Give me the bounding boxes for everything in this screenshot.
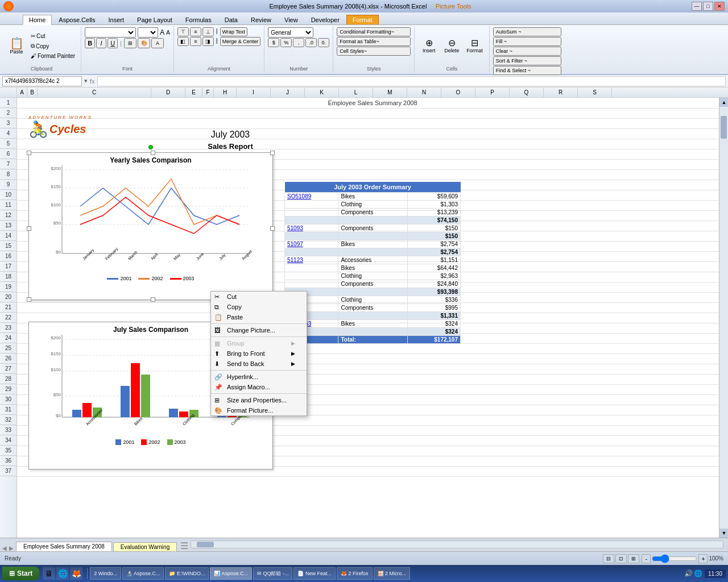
order-id-51123[interactable]: 51123 xyxy=(285,256,338,264)
find-select-button[interactable]: Find & Select ~ xyxy=(493,66,561,75)
table-row[interactable]: SO51163 Bikes $324 xyxy=(285,320,461,328)
copy-button[interactable]: ⧉ Copy xyxy=(28,41,77,51)
cell-styles-button[interactable]: Cell Styles~ xyxy=(337,47,411,56)
format-button[interactable]: ⊟ Format xyxy=(464,37,486,55)
align-bottom-button[interactable]: ⊥ xyxy=(202,27,214,36)
ctx-bring-to-front[interactable]: ⬆ Bring to Front ▶ xyxy=(211,348,307,359)
ctx-assign-macro[interactable]: 📌 Assign Macro... xyxy=(211,382,307,392)
ctx-cut[interactable]: ✂ Cut xyxy=(211,292,307,302)
table-row[interactable]: Components $995 xyxy=(285,304,461,312)
table-row[interactable]: 51123 Accessories $1,151 xyxy=(285,256,461,264)
normal-view-button[interactable]: ⊟ xyxy=(603,554,614,563)
wrap-text-button[interactable]: Wrap Text xyxy=(220,27,247,36)
ctx-paste[interactable]: 📋 Paste xyxy=(211,312,307,322)
taskbar-item-7[interactable]: 🪟 2 Micro... xyxy=(374,567,411,580)
currency-button[interactable]: $ xyxy=(268,38,279,47)
scroll-thumb[interactable] xyxy=(721,116,727,139)
h-scroll-thumb[interactable] xyxy=(197,542,214,547)
taskbar-item-2[interactable]: 📁 E:\WINDO... xyxy=(165,567,209,580)
tab-home[interactable]: Home xyxy=(23,15,52,25)
ctx-format-picture[interactable]: 🎨 Format Picture... xyxy=(211,405,307,415)
table-row[interactable]: 51128 Clothing $336 xyxy=(285,296,461,304)
row-33[interactable]: 33 xyxy=(0,425,16,435)
cut-button[interactable]: ✂ Cut xyxy=(28,32,77,40)
col-header-m[interactable]: M xyxy=(373,88,407,97)
autosum-button[interactable]: AutoSum ~ xyxy=(493,27,561,36)
col-header-o[interactable]: O xyxy=(441,88,475,97)
close-button[interactable]: ✕ xyxy=(714,2,725,11)
row-37[interactable]: 37 xyxy=(0,466,16,476)
row-11[interactable]: 11 xyxy=(0,200,16,210)
fill-color-button[interactable]: 🎨 xyxy=(138,38,150,48)
tab-format[interactable]: Format xyxy=(346,15,379,24)
row-21[interactable]: 21 xyxy=(0,302,16,313)
order-id-51093[interactable]: 51093 xyxy=(285,225,338,232)
resize-handle-bl[interactable] xyxy=(27,297,31,302)
col-header-d[interactable]: D xyxy=(151,88,185,97)
tab-aspose[interactable]: Aspose.Cells xyxy=(52,15,101,24)
row-34[interactable]: 34 xyxy=(0,435,16,446)
row-23[interactable]: 23 xyxy=(0,323,16,333)
row-35[interactable]: 35 xyxy=(0,446,16,456)
font-size-decrease[interactable]: A xyxy=(166,30,170,36)
table-row[interactable]: Components $24,840 xyxy=(285,280,461,288)
col-header-f[interactable]: F xyxy=(202,88,214,97)
resize-handle-b[interactable] xyxy=(151,297,155,302)
table-row[interactable]: Clothing $2,963 xyxy=(285,272,461,280)
taskbar-item-0[interactable]: 2 Windo... xyxy=(90,567,121,580)
table-row[interactable]: Clothing $1,303 xyxy=(285,201,461,209)
row-19[interactable]: 19 xyxy=(0,282,16,292)
col-header-i[interactable]: I xyxy=(237,88,271,97)
minimize-button[interactable]: — xyxy=(692,2,702,11)
row-17[interactable]: 17 xyxy=(0,261,16,272)
taskbar-item-3[interactable]: 📊 Aspose.C... xyxy=(210,567,252,580)
sort-filter-button[interactable]: Sort & Filter ~ xyxy=(493,56,561,65)
scroll-up[interactable]: ▲ xyxy=(719,98,728,107)
row-15[interactable]: 15 xyxy=(0,241,16,251)
horizontal-scrollbar[interactable] xyxy=(191,541,723,548)
yearly-chart[interactable]: Yearly Sales Comparison $200 $150 $100 $… xyxy=(28,152,273,300)
tab-formulas[interactable]: Formulas xyxy=(179,15,218,24)
row-32[interactable]: 32 xyxy=(0,415,16,425)
table-row[interactable]: 51097 Bikes $2,754 xyxy=(285,240,461,248)
row-1[interactable]: 1 xyxy=(0,98,16,108)
format-as-table-button[interactable]: Format as Table~ xyxy=(337,37,411,46)
align-right-button[interactable]: ◨ xyxy=(202,37,214,46)
row-36[interactable]: 36 xyxy=(0,456,16,466)
start-button[interactable]: ⊞ Start xyxy=(2,567,39,580)
ctx-change-picture[interactable]: 🖼 Change Picture... xyxy=(211,325,307,335)
order-id-so51089[interactable]: SO51089 xyxy=(285,193,338,201)
page-layout-button[interactable]: ⊡ xyxy=(615,554,627,563)
tab-data[interactable]: Data xyxy=(218,15,244,24)
ctx-copy[interactable]: ⧉ Copy xyxy=(211,302,307,312)
taskbar-show-desktop[interactable]: 🖥 xyxy=(43,567,55,580)
borders-button[interactable]: ⊞ xyxy=(124,38,136,48)
percent-button[interactable]: % xyxy=(280,38,292,47)
row-22[interactable]: 22 xyxy=(0,313,16,323)
row-2[interactable]: 2 xyxy=(0,108,16,118)
taskbar-item-5[interactable]: 📄 New Feat... xyxy=(293,567,336,580)
align-left-button[interactable]: ◧ xyxy=(177,37,189,46)
page-break-button[interactable]: ⊞ xyxy=(628,554,639,563)
row-26[interactable]: 26 xyxy=(0,354,16,364)
font-family-select[interactable] xyxy=(85,27,136,38)
taskbar-item-4[interactable]: ✉ QQ邮箱 -... xyxy=(253,567,293,580)
insert-button[interactable]: ⊕ Insert xyxy=(418,37,440,55)
resize-handle-tl[interactable] xyxy=(27,151,31,155)
scroll-down[interactable]: ▼ xyxy=(719,529,728,538)
bold-button[interactable]: B xyxy=(85,38,95,48)
sheet-nav-right[interactable]: ▶ xyxy=(9,545,14,551)
systray-icon1[interactable]: 🔊 xyxy=(684,569,693,577)
order-id-51097[interactable]: 51097 xyxy=(285,240,338,248)
italic-button[interactable]: I xyxy=(96,38,106,48)
decrease-decimal-button[interactable]: .0 xyxy=(305,38,317,47)
col-header-gh[interactable]: H xyxy=(214,88,237,97)
row-29[interactable]: 29 xyxy=(0,384,16,394)
sheet-nav-left[interactable]: ◀ xyxy=(2,545,7,551)
col-header-s[interactable]: S xyxy=(578,88,612,97)
row-25[interactable]: 25 xyxy=(0,343,16,354)
paste-button[interactable]: 📋 Paste xyxy=(6,36,27,56)
row-9[interactable]: 9 xyxy=(0,180,16,190)
row-4[interactable]: 4 xyxy=(0,128,16,139)
align-top-button[interactable]: ⊤ xyxy=(177,27,189,36)
